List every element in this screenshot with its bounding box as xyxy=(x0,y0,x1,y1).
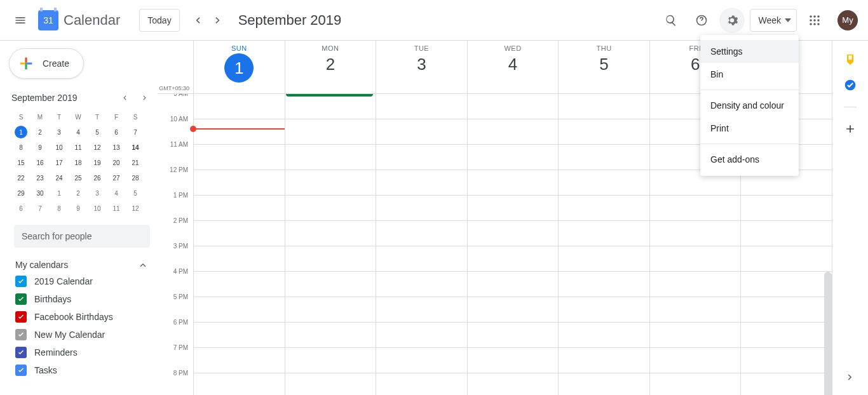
tasks-icon[interactable] xyxy=(844,79,857,91)
day-header-cell[interactable]: MON2 xyxy=(285,41,376,93)
search-people-input[interactable]: Search for people xyxy=(14,225,150,248)
checkbox-icon xyxy=(15,347,27,358)
mini-date-cell[interactable]: 3 xyxy=(50,124,69,140)
scrollbar[interactable] xyxy=(824,272,832,395)
search-button[interactable] xyxy=(658,8,684,33)
mini-dow-cell: M xyxy=(31,109,50,124)
mini-dow-cell: F xyxy=(107,109,126,124)
day-column[interactable] xyxy=(558,94,649,395)
mini-date-cell[interactable]: 20 xyxy=(107,155,126,170)
all-day-event[interactable]: Ganesh Chaturthi/Vin xyxy=(286,94,374,97)
google-apps-button[interactable] xyxy=(802,8,827,33)
mini-date-cell[interactable]: 17 xyxy=(50,155,69,170)
today-button[interactable]: Today xyxy=(139,9,179,32)
mini-date-cell[interactable]: 4 xyxy=(69,124,88,140)
account-avatar[interactable]: My xyxy=(837,10,858,30)
create-button[interactable]: Create xyxy=(9,48,84,79)
day-column[interactable] xyxy=(376,94,467,395)
mini-date-cell[interactable]: 1 xyxy=(50,185,69,201)
plus-multicolor-icon xyxy=(17,55,35,72)
add-addon-icon[interactable] xyxy=(844,123,857,135)
mini-date-cell[interactable]: 28 xyxy=(126,170,145,185)
mini-date-cell[interactable]: 5 xyxy=(88,124,107,140)
create-button-label: Create xyxy=(43,58,69,69)
calendar-list-item[interactable]: New My Calendar xyxy=(15,329,149,340)
svg-point-8 xyxy=(813,23,816,25)
mini-date-cell[interactable]: 25 xyxy=(69,170,88,185)
svg-point-9 xyxy=(817,23,820,25)
mini-date-cell[interactable]: 26 xyxy=(88,170,107,185)
menu-item-density[interactable]: Density and colour xyxy=(700,94,799,117)
mini-date-cell[interactable]: 12 xyxy=(88,140,107,155)
mini-date-cell[interactable]: 19 xyxy=(88,155,107,170)
mini-date-cell[interactable]: 6 xyxy=(107,124,126,140)
help-button[interactable] xyxy=(689,8,714,33)
mini-date-cell[interactable]: 3 xyxy=(88,185,107,201)
mini-date-cell[interactable]: 4 xyxy=(107,185,126,201)
calendar-list-item[interactable]: 2019 Calendar xyxy=(15,276,149,287)
sidebar: Create September 2019 SMTWTFS 1234567891… xyxy=(0,41,158,395)
day-column[interactable] xyxy=(467,94,559,395)
mini-date-cell[interactable]: 7 xyxy=(126,124,145,140)
calendar-list-item[interactable]: Facebook Birthdays xyxy=(15,311,149,323)
mini-date-cell[interactable]: 2 xyxy=(69,185,88,201)
checkbox-icon xyxy=(15,293,27,305)
mini-date-cell[interactable]: 15 xyxy=(11,155,31,170)
chevron-right-icon xyxy=(844,372,856,383)
mini-date-cell[interactable]: 7 xyxy=(31,201,50,216)
mini-date-cell[interactable]: 14 xyxy=(126,140,145,155)
mini-date-cell[interactable]: 8 xyxy=(50,201,69,216)
calendar-list-item[interactable]: Birthdays xyxy=(15,293,149,305)
keep-icon[interactable] xyxy=(844,53,857,66)
mini-date-cell[interactable]: 21 xyxy=(126,155,145,170)
mini-date-cell[interactable]: 22 xyxy=(11,170,31,185)
mini-date-cell[interactable]: 13 xyxy=(107,140,126,155)
day-header-cell[interactable]: SUN1 xyxy=(193,41,285,93)
calendar-item-label: 2019 Calendar xyxy=(34,276,93,286)
mini-date-cell[interactable]: 2 xyxy=(31,124,50,140)
mini-date-cell[interactable]: 18 xyxy=(69,155,88,170)
mini-date-cell[interactable]: 24 xyxy=(50,170,69,185)
next-period-button[interactable] xyxy=(208,10,228,30)
mini-prev-month[interactable] xyxy=(117,90,132,105)
mini-date-cell[interactable]: 10 xyxy=(88,201,107,216)
mini-date-cell[interactable]: 12 xyxy=(126,201,145,216)
mini-date-cell[interactable]: 27 xyxy=(107,170,126,185)
calendar-list-item[interactable]: Reminders xyxy=(15,347,149,358)
my-calendars-header[interactable]: My calendars xyxy=(6,259,158,271)
settings-button[interactable] xyxy=(719,8,745,33)
mini-date-cell[interactable]: 10 xyxy=(50,140,69,155)
view-selector[interactable]: Week xyxy=(750,9,797,32)
mini-date-cell[interactable]: 6 xyxy=(11,201,31,216)
my-calendars-label: My calendars xyxy=(15,260,68,270)
day-header-cell[interactable]: TUE3 xyxy=(376,41,467,93)
hamburger-menu-button[interactable] xyxy=(5,5,36,36)
mini-date-cell[interactable]: 9 xyxy=(31,140,50,155)
checkbox-icon xyxy=(15,329,27,340)
search-people-placeholder: Search for people xyxy=(22,231,92,241)
mini-date-cell[interactable]: 30 xyxy=(31,185,50,201)
menu-item-addons[interactable]: Get add-ons xyxy=(700,148,799,171)
menu-item-bin[interactable]: Bin xyxy=(700,63,799,86)
menu-item-print[interactable]: Print xyxy=(700,117,799,140)
mini-date-cell[interactable]: 11 xyxy=(107,201,126,216)
mini-date-cell[interactable]: 23 xyxy=(31,170,50,185)
prev-period-button[interactable] xyxy=(187,10,208,30)
mini-date-cell[interactable]: 5 xyxy=(126,185,145,201)
mini-date-cell[interactable]: 11 xyxy=(69,140,88,155)
day-column[interactable] xyxy=(193,94,285,395)
day-column[interactable]: Ganesh Chaturthi/Vin xyxy=(285,94,376,395)
mini-date-cell[interactable]: 1 xyxy=(11,124,31,140)
menu-item-settings[interactable]: Settings xyxy=(700,40,799,63)
side-panel-toggle[interactable] xyxy=(840,367,860,387)
mini-next-month[interactable] xyxy=(137,90,153,105)
mini-date-cell[interactable]: 8 xyxy=(11,140,31,155)
day-header-cell[interactable]: WED4 xyxy=(467,41,559,93)
mini-date-cell[interactable]: 16 xyxy=(31,155,50,170)
calendar-list-item[interactable]: Tasks xyxy=(15,365,149,376)
day-header-cell[interactable]: THU5 xyxy=(558,41,649,93)
svg-point-3 xyxy=(817,15,820,18)
mini-date-cell[interactable]: 9 xyxy=(69,201,88,216)
svg-point-1 xyxy=(810,15,812,18)
mini-date-cell[interactable]: 29 xyxy=(11,185,31,201)
